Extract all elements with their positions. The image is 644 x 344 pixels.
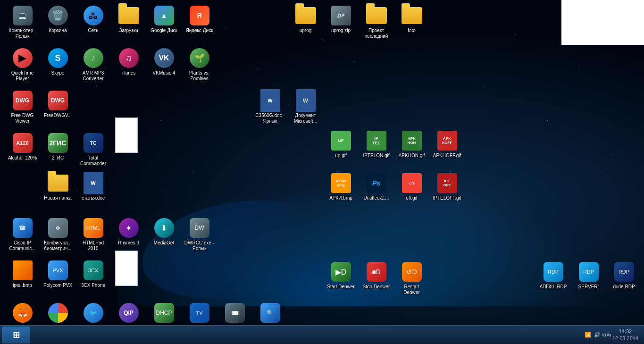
desktop-icon-downloads[interactable]: Загрузки	[111, 2, 146, 35]
system-tray: 📶 🔊 KB/s 14:3212.03.2014	[580, 328, 642, 342]
icon-img-skype: S	[47, 47, 69, 69]
icon-img-total: TC	[82, 132, 105, 154]
icon-img-alcohol: A120	[11, 132, 34, 154]
clock: 14:3212.03.2014	[612, 328, 638, 342]
desktop-icon-start_denwer[interactable]: ▶DStart Denwer	[323, 259, 359, 292]
icon-label-apkhoff: APKHOFF.gif	[433, 153, 461, 159]
desktop-icon-apkhon[interactable]: APKHONAPKHON.gif	[394, 127, 429, 160]
icon-img-recycle: 🗑️	[47, 4, 69, 27]
desktop-icon-mediaget[interactable]: ⬇MediaGet	[146, 215, 182, 248]
icon-img-downloads	[117, 4, 140, 27]
icon-img-off_gif: off	[401, 172, 423, 194]
desktop-icon-newfolder[interactable]: Новая папка	[40, 170, 75, 203]
icon-grid: 💻Компьютер - Ярлык🗑️Корзина🖧СетьЗагрузки…	[0, 0, 644, 325]
desktop-icon-foto[interactable]: foto	[394, 2, 429, 35]
icon-img-freedwgv: DWG	[47, 89, 69, 112]
icon-label-apgksh_rdp: АПГКШ.RDP	[539, 284, 567, 290]
desktop-icon-vkmusic[interactable]: VKVKMusic 4	[146, 45, 182, 78]
desktop-icon-blank1[interactable]	[109, 122, 144, 149]
desktop-icon-amr[interactable]: ♪AMR MP3 Converter	[75, 45, 111, 84]
icon-img-server1: RDP	[577, 260, 600, 283]
icon-label-amr: AMR MP3 Converter	[77, 70, 109, 82]
desktop-icon-network[interactable]: 🖧Сеть	[75, 2, 111, 35]
icon-img-apgksh_rdp: RDP	[542, 260, 565, 283]
desktop-icon-off_gif[interactable]: offoff.gif	[394, 170, 429, 203]
icon-img-ipteloff: IPTOFF	[436, 172, 459, 194]
desktop-icon-pvz[interactable]: 🌱Plants vs. Zombies	[182, 45, 217, 84]
desktop-icon-recycle[interactable]: 🗑️Корзина	[40, 2, 75, 35]
desktop-icon-yadisk[interactable]: ЯЯндекс.Диск	[182, 2, 217, 35]
desktop-icon-docms[interactable]: WДокумент Microsoft...	[288, 87, 323, 126]
icon-img-dude_app: 🔍	[259, 302, 282, 324]
icon-img-restart_denwer: ↺D	[401, 260, 423, 283]
icon-label-skype: Skype	[51, 70, 65, 76]
desktop-icon-alcohol[interactable]: A120Alcohol 120%	[5, 130, 40, 163]
icon-img-apkhoff: APKHOFF	[436, 129, 459, 152]
desktop-icon-iptelon[interactable]: IPTELIPTELON.gif	[359, 127, 394, 160]
desktop-icon-server1[interactable]: RDP.SERVER1	[571, 259, 606, 292]
desktop-icon-freedwg[interactable]: DWGFree DWG Viewer	[5, 87, 40, 126]
icon-img-mediaget: ⬇	[153, 217, 176, 239]
icon-label-apkhon: APKHON.gif	[399, 153, 425, 159]
icon-label-untitled: Untitled-2....	[364, 195, 389, 201]
desktop-icon-gdisk[interactable]: ▲Google Диск	[146, 2, 182, 35]
desktop-icon-konfig[interactable]: ⚙Конфигура... биометрич...	[40, 215, 75, 253]
icon-label-polycom: Polycom PVX	[43, 283, 72, 288]
desktop-icon-up_gif[interactable]: UPup.gif	[323, 127, 359, 160]
desktop-icon-quicktime[interactable]: ▶QuickTime Player	[5, 45, 40, 84]
desktop-icon-stop_denwer[interactable]: ■DStop Denwer	[359, 259, 394, 292]
icon-label-newfolder: Новая папка	[44, 195, 71, 201]
icon-img-htmlpad: HTML	[82, 217, 105, 239]
desktop-icon-ipteloff[interactable]: IPTOFFIPTELOFF.gif	[429, 170, 465, 203]
desktop-icon-statya[interactable]: Wстатья.doc	[75, 170, 111, 203]
desktop-icon-cisco[interactable]: ☎Cisco IP Communic...	[5, 215, 40, 253]
icon-label-stop_denwer: Stop Denwer	[363, 284, 390, 290]
icon-label-gdisk: Google Диск	[151, 28, 177, 34]
desktop-icon-2gis[interactable]: 2ГИС2ГИС	[40, 130, 75, 163]
desktop-icon-uprog_zip[interactable]: ZIPuprog.zip	[323, 2, 359, 35]
icon-img-c3560: W	[259, 89, 282, 112]
icon-label-network: Сеть	[88, 28, 98, 34]
icon-img-gdisk: ▲	[153, 4, 176, 27]
desktop-icon-apkhoff[interactable]: APKHOFFAPKHOFF.gif	[429, 127, 465, 160]
desktop-icon-computer[interactable]: 💻Компьютер - Ярлык	[5, 2, 40, 41]
icon-img-dude_rdp: RDP	[613, 260, 636, 283]
desktop-icon-total[interactable]: TCTotal Commander	[75, 130, 111, 168]
icon-label-docms: Документ Microsoft...	[290, 113, 321, 124]
start-button[interactable]: ⊞	[2, 327, 30, 344]
desktop-icon-apgksh_rdp[interactable]: RDPАПГКШ.RDP	[535, 259, 571, 292]
icon-label-dwrcc: DWRCC.exe - Ярлык	[184, 240, 215, 252]
desktop-icon-itunes[interactable]: ♫iTunes	[111, 45, 146, 78]
icon-label-start_denwer: Start Denwer	[327, 284, 354, 290]
icon-label-quicktime: QuickTime Player	[7, 70, 38, 82]
icon-img-statya: W	[82, 172, 105, 194]
desktop-icon-untitled[interactable]: PsUntitled-2....	[359, 170, 394, 203]
desktop-icon-htmlpad[interactable]: HTMLHTMLPad 2010	[75, 215, 111, 253]
desktop-icon-3cx[interactable]: 3CX3CX Phone	[75, 257, 111, 290]
desktop-icon-skype[interactable]: SSkype	[40, 45, 75, 78]
icon-label-restart_denwer: Restart Denwer	[396, 284, 427, 295]
desktop-icon-project[interactable]: Проект последний	[359, 2, 394, 41]
icon-img-itunes: ♫	[117, 47, 140, 69]
icon-label-project: Проект последний	[360, 28, 392, 39]
desktop-icon-blank2[interactable]	[109, 255, 144, 282]
icon-img-dwrcc: DW	[188, 217, 211, 239]
desktop-icon-dwrcc[interactable]: DWDWRCC.exe - Ярлык	[182, 215, 217, 253]
desktop-icon-c3560[interactable]: WC3560G.doc - Ярлык	[252, 87, 288, 126]
icon-label-3cx: 3CX Phone	[81, 283, 105, 288]
desktop-icon-dude_rdp[interactable]: RDPdude.RDP	[606, 259, 642, 292]
desktop-icon-arkhbmp[interactable]: АРКИbmpАРКИ.bmp	[323, 170, 359, 203]
desktop-icon-polycom[interactable]: PVXPolycom PVX	[40, 257, 75, 290]
desktop-icon-iptel_bmp[interactable]: iptel.bmp	[5, 257, 40, 290]
desktop-icon-freedwgv[interactable]: DWGFreeDWGV...	[40, 87, 75, 120]
desktop-icon-rhymes[interactable]: ✦Rhymes 3	[111, 215, 146, 248]
icon-label-2gis: 2ГИС	[52, 155, 64, 161]
icon-label-rhymes: Rhymes 3	[118, 240, 139, 246]
icon-img-2gis: 2ГИС	[47, 132, 69, 154]
icon-img-teamviewer: TV	[188, 302, 211, 324]
desktop-icon-restart_denwer[interactable]: ↺DRestart Denwer	[394, 259, 429, 297]
icon-label-up_gif: up.gif	[335, 153, 346, 159]
desktop-icon-uprog[interactable]: uprog	[288, 2, 323, 35]
network-icon: 📶	[584, 331, 592, 339]
icon-img-iptel_bmp	[11, 259, 34, 282]
